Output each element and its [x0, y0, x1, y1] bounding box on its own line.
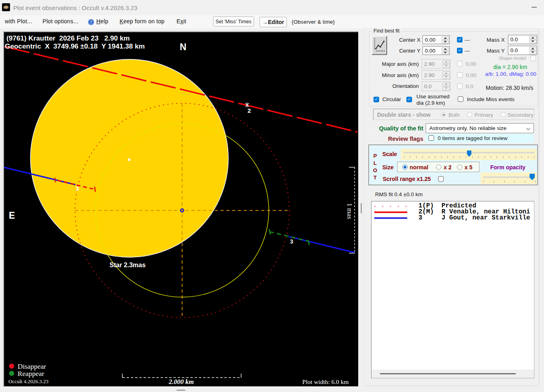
svg-text:?: ? [90, 20, 92, 24]
minor-axis-checkbox[interactable] [457, 72, 463, 78]
include-miss-label: Include Miss events [467, 96, 515, 102]
circular-label: Circular [382, 96, 401, 102]
minor-axis-label: Minor axis (km) [379, 72, 419, 78]
chord3-d-tick [55, 178, 55, 183]
mass-y-label: Mass Y [473, 48, 505, 54]
size-radio-x5[interactable] [457, 165, 462, 170]
review-flags-panel: 0 items are tagged for review [426, 134, 534, 143]
center-y-label: Center Y [380, 48, 420, 54]
minimize-button[interactable] [532, 7, 537, 8]
quality-fit-combo[interactable]: Astrometry only. No reliable size [426, 123, 534, 133]
center-y-input[interactable]: 0.00 [422, 46, 450, 55]
shape-model-checkbox[interactable] [530, 55, 536, 61]
observations-list[interactable]: 1(P) Predicted 2(M) R Venable, near Hilt… [371, 201, 534, 378]
center-y-checkbox[interactable] [457, 48, 463, 53]
double-stars-title: Double stars - show [377, 112, 430, 118]
major-axis-extra-label: 0.00 [466, 61, 476, 67]
quality-fit-label: Quality of the fit [367, 125, 423, 132]
minor-axis-input: 2.90 [422, 70, 451, 80]
double-stars-secondary-label: Secondary [507, 112, 534, 118]
chord3-right-line [288, 236, 355, 252]
use-assumed-checkbox[interactable] [406, 97, 412, 102]
plot-controls-panel: P L O T Scale Size normal x 2 x 5 Form o… [368, 144, 538, 185]
center-x-label: Center X [380, 37, 420, 43]
plot-width-label: Plot width: 6.0 km [302, 378, 349, 385]
window-title: Plot event observations : Occult v.4.202… [13, 4, 138, 11]
ab-dmag-label: a/b: 1.00, dMag: 0.00 [477, 71, 544, 77]
chord3-left-label: 3 [76, 185, 79, 192]
chord2-label: 2 [248, 107, 251, 114]
menu-bar: with Plot... Plot options... ? Help Keep… [0, 15, 544, 28]
form-opacity-thumb[interactable] [530, 174, 535, 180]
orientation-input: 0.0 [422, 81, 451, 91]
double-stars-radio-both[interactable] [441, 112, 446, 117]
center-x-checkbox[interactable] [457, 37, 463, 43]
use-assumed-label: Use assumed dia (2.9 km) [416, 93, 450, 106]
plot-header-line2: Geocentric X 3749.96 ±0.18 Y 1941.38 km [5, 42, 145, 50]
menu-keep-form-on-top[interactable]: Keep form on top [120, 18, 164, 26]
mass-y-spinner[interactable] [529, 47, 536, 54]
menu-plot-options[interactable]: Plot options... [43, 18, 78, 26]
major-axis-spinner [442, 60, 450, 68]
editor-button[interactable]: →Editor [260, 17, 287, 27]
legend-line-samples [374, 204, 411, 221]
plot-canvas: 2 3 3 1 [4, 32, 358, 386]
scale-slider[interactable] [401, 149, 537, 160]
double-stars-radio-secondary[interactable] [501, 112, 506, 117]
horizontal-splitter[interactable] [177, 390, 185, 391]
menu-help[interactable]: Help [96, 18, 108, 26]
major-axis-checkbox[interactable] [457, 61, 463, 67]
center-y-spinner[interactable] [441, 47, 449, 54]
set-miss-times-button[interactable]: Set 'Miss' Times [213, 16, 254, 26]
mas-scale-label: 1 mas [346, 203, 353, 219]
major-axis-input: 2.90 [422, 59, 451, 69]
mass-x-spinner[interactable] [529, 36, 536, 43]
menu-exit[interactable]: Exit [177, 18, 187, 26]
scroll-range-label: Scroll range x1.25 [383, 176, 431, 182]
orientation-checkbox[interactable] [457, 83, 463, 89]
mass-y-input[interactable]: 0.0 [508, 46, 537, 55]
asteroid-disk [30, 59, 228, 257]
vertical-splitter[interactable] [361, 203, 362, 213]
center-y-dash-label: --- [465, 48, 470, 54]
title-bar: Plot event observations : Occult v.4.202… [0, 0, 544, 15]
help-icon[interactable]: ? [88, 19, 94, 25]
center-x-input[interactable]: 0.00 [422, 35, 450, 44]
rms-fit-label: RMS fit 0.4 ±0.0 km [375, 191, 422, 197]
minor-axis-spinner [442, 71, 450, 79]
orientation-spinner [442, 82, 450, 90]
menu-with-plot[interactable]: with Plot... [5, 18, 32, 26]
find-best-fit-title: Find best fit [372, 28, 401, 34]
east-label: E [9, 210, 15, 221]
disappear-label: Disappear [18, 362, 46, 370]
disappear-dot [9, 364, 14, 369]
plot-area[interactable]: 2 3 3 1 [3, 31, 359, 387]
circular-checkbox[interactable] [373, 97, 379, 102]
chord3-d-cap [95, 187, 95, 192]
size-radio-normal[interactable] [402, 165, 408, 170]
chord3-right-label: 3 [290, 238, 293, 245]
north-label: N [180, 42, 187, 52]
size-x2-label: x 2 [444, 164, 451, 171]
mass-x-label: Mass X [473, 37, 505, 43]
orientation-extra-label: 0.0 [466, 83, 473, 89]
observer-time-label: {Observer & time} [292, 19, 335, 27]
center-x-dash-label: --- [465, 37, 470, 43]
scroll-range-checkbox[interactable] [438, 176, 444, 182]
minor-axis-extra-label: 0.00 [466, 72, 476, 78]
major-axis-label: Major axis (km) [379, 61, 419, 67]
star-size-label: Star 2.3mas [110, 262, 146, 268]
double-stars-primary-label: Primary [475, 112, 493, 118]
plot-vertical-label: P L O T [372, 152, 378, 181]
shape-model-label: Shape model [485, 56, 526, 61]
form-opacity-slider[interactable] [481, 173, 537, 184]
legend-scrollbar-thumb[interactable] [380, 373, 516, 374]
center-x-spinner[interactable] [441, 36, 449, 43]
size-radio-x2[interactable] [436, 165, 441, 170]
include-miss-checkbox[interactable] [458, 96, 463, 102]
review-flags-checkbox[interactable] [428, 135, 434, 141]
reappear-label: Reappear [18, 370, 44, 378]
mass-x-input[interactable]: 0.0 [508, 35, 537, 44]
reappear-dot [9, 371, 14, 376]
double-stars-radio-primary[interactable] [467, 112, 472, 117]
